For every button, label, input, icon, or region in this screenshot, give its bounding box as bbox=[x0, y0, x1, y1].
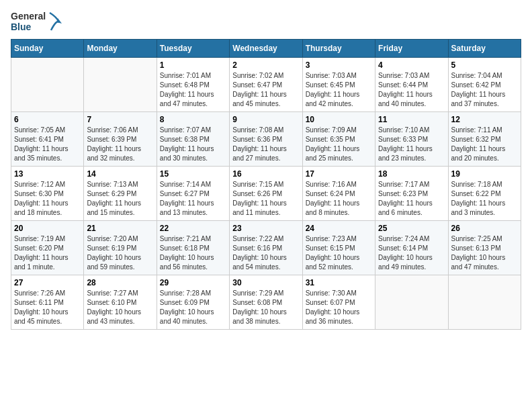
day-number: 17 bbox=[306, 169, 372, 179]
day-number: 6 bbox=[14, 115, 81, 124]
logo-text: General Blue bbox=[11, 11, 46, 32]
calendar-cell: 23Sunrise: 7:22 AM Sunset: 6:16 PM Dayli… bbox=[230, 221, 302, 275]
day-info: Sunrise: 7:30 AM Sunset: 6:07 PM Dayligh… bbox=[306, 289, 372, 326]
day-number: 13 bbox=[14, 169, 81, 179]
calendar-week-row: 1Sunrise: 7:01 AM Sunset: 6:48 PM Daylig… bbox=[11, 58, 521, 112]
calendar-cell: 4Sunrise: 7:03 AM Sunset: 6:44 PM Daylig… bbox=[375, 58, 448, 112]
day-info: Sunrise: 7:17 AM Sunset: 6:23 PM Dayligh… bbox=[378, 180, 445, 218]
calendar-week-row: 13Sunrise: 7:12 AM Sunset: 6:30 PM Dayli… bbox=[11, 167, 521, 221]
col-header-thursday: Thursday bbox=[302, 40, 375, 58]
day-info: Sunrise: 7:26 AM Sunset: 6:11 PM Dayligh… bbox=[14, 289, 81, 326]
calendar-cell: 19Sunrise: 7:18 AM Sunset: 6:22 PM Dayli… bbox=[448, 167, 521, 221]
day-number: 3 bbox=[306, 60, 372, 70]
day-number: 29 bbox=[160, 278, 226, 287]
logo-general-text: General bbox=[11, 11, 46, 21]
col-header-monday: Monday bbox=[84, 40, 157, 58]
calendar-cell: 17Sunrise: 7:16 AM Sunset: 6:24 PM Dayli… bbox=[302, 167, 375, 221]
day-info: Sunrise: 7:29 AM Sunset: 6:08 PM Dayligh… bbox=[232, 289, 299, 326]
day-number: 20 bbox=[14, 224, 81, 233]
day-number: 23 bbox=[232, 224, 299, 233]
calendar-cell: 28Sunrise: 7:27 AM Sunset: 6:10 PM Dayli… bbox=[84, 275, 157, 330]
calendar-cell: 26Sunrise: 7:25 AM Sunset: 6:13 PM Dayli… bbox=[448, 221, 521, 275]
col-header-wednesday: Wednesday bbox=[230, 40, 302, 58]
calendar-cell: 22Sunrise: 7:21 AM Sunset: 6:18 PM Dayli… bbox=[157, 221, 229, 275]
day-info: Sunrise: 7:01 AM Sunset: 6:48 PM Dayligh… bbox=[160, 71, 226, 109]
day-number: 11 bbox=[378, 115, 445, 124]
calendar-cell: 9Sunrise: 7:08 AM Sunset: 6:36 PM Daylig… bbox=[230, 112, 302, 167]
day-number: 12 bbox=[451, 115, 518, 124]
day-info: Sunrise: 7:18 AM Sunset: 6:22 PM Dayligh… bbox=[451, 180, 518, 218]
day-info: Sunrise: 7:05 AM Sunset: 6:41 PM Dayligh… bbox=[14, 126, 81, 163]
calendar-cell bbox=[448, 275, 521, 330]
calendar-cell: 14Sunrise: 7:13 AM Sunset: 6:29 PM Dayli… bbox=[84, 167, 157, 221]
col-header-sunday: Sunday bbox=[11, 40, 84, 58]
logo: General Blue bbox=[11, 11, 62, 32]
day-info: Sunrise: 7:02 AM Sunset: 6:47 PM Dayligh… bbox=[232, 71, 299, 109]
calendar-cell: 6Sunrise: 7:05 AM Sunset: 6:41 PM Daylig… bbox=[11, 112, 84, 167]
day-number: 10 bbox=[306, 115, 372, 124]
calendar-cell: 3Sunrise: 7:03 AM Sunset: 6:45 PM Daylig… bbox=[302, 58, 375, 112]
day-number: 9 bbox=[232, 115, 299, 124]
calendar-cell: 29Sunrise: 7:28 AM Sunset: 6:09 PM Dayli… bbox=[157, 275, 229, 330]
day-number: 24 bbox=[306, 224, 372, 233]
day-number: 22 bbox=[160, 224, 226, 233]
calendar-cell: 21Sunrise: 7:20 AM Sunset: 6:19 PM Dayli… bbox=[84, 221, 157, 275]
day-info: Sunrise: 7:03 AM Sunset: 6:45 PM Dayligh… bbox=[306, 71, 372, 109]
day-info: Sunrise: 7:10 AM Sunset: 6:33 PM Dayligh… bbox=[378, 126, 445, 163]
day-info: Sunrise: 7:15 AM Sunset: 6:26 PM Dayligh… bbox=[232, 180, 299, 218]
day-info: Sunrise: 7:11 AM Sunset: 6:32 PM Dayligh… bbox=[451, 126, 518, 163]
day-number: 26 bbox=[451, 224, 518, 233]
day-info: Sunrise: 7:27 AM Sunset: 6:10 PM Dayligh… bbox=[87, 289, 153, 326]
day-number: 19 bbox=[451, 169, 518, 179]
day-info: Sunrise: 7:16 AM Sunset: 6:24 PM Dayligh… bbox=[306, 180, 372, 218]
day-info: Sunrise: 7:25 AM Sunset: 6:13 PM Dayligh… bbox=[451, 234, 518, 272]
day-info: Sunrise: 7:14 AM Sunset: 6:27 PM Dayligh… bbox=[160, 180, 226, 218]
day-number: 4 bbox=[378, 60, 445, 70]
logo-blue-text: Blue bbox=[11, 21, 46, 32]
col-header-saturday: Saturday bbox=[448, 40, 521, 58]
day-number: 27 bbox=[14, 278, 81, 287]
day-info: Sunrise: 7:04 AM Sunset: 6:42 PM Dayligh… bbox=[451, 71, 518, 109]
day-number: 5 bbox=[451, 60, 518, 70]
day-info: Sunrise: 7:19 AM Sunset: 6:20 PM Dayligh… bbox=[14, 234, 81, 272]
day-info: Sunrise: 7:08 AM Sunset: 6:36 PM Dayligh… bbox=[232, 126, 299, 163]
calendar-cell bbox=[84, 58, 157, 112]
day-info: Sunrise: 7:20 AM Sunset: 6:19 PM Dayligh… bbox=[87, 234, 153, 272]
calendar-cell: 5Sunrise: 7:04 AM Sunset: 6:42 PM Daylig… bbox=[448, 58, 521, 112]
day-number: 7 bbox=[87, 115, 153, 124]
calendar-cell: 16Sunrise: 7:15 AM Sunset: 6:26 PM Dayli… bbox=[230, 167, 302, 221]
page-header: General Blue bbox=[11, 11, 521, 32]
day-number: 2 bbox=[232, 60, 299, 70]
day-info: Sunrise: 7:09 AM Sunset: 6:35 PM Dayligh… bbox=[306, 126, 372, 163]
calendar-week-row: 27Sunrise: 7:26 AM Sunset: 6:11 PM Dayli… bbox=[11, 275, 521, 330]
day-info: Sunrise: 7:21 AM Sunset: 6:18 PM Dayligh… bbox=[160, 234, 226, 272]
calendar-cell: 1Sunrise: 7:01 AM Sunset: 6:48 PM Daylig… bbox=[157, 58, 229, 112]
day-number: 25 bbox=[378, 224, 445, 233]
calendar-cell: 10Sunrise: 7:09 AM Sunset: 6:35 PM Dayli… bbox=[302, 112, 375, 167]
calendar-cell: 24Sunrise: 7:23 AM Sunset: 6:15 PM Dayli… bbox=[302, 221, 375, 275]
calendar-cell: 13Sunrise: 7:12 AM Sunset: 6:30 PM Dayli… bbox=[11, 167, 84, 221]
calendar-cell: 30Sunrise: 7:29 AM Sunset: 6:08 PM Dayli… bbox=[230, 275, 302, 330]
day-number: 8 bbox=[160, 115, 226, 124]
day-number: 14 bbox=[87, 169, 153, 179]
calendar-week-row: 20Sunrise: 7:19 AM Sunset: 6:20 PM Dayli… bbox=[11, 221, 521, 275]
calendar-cell: 11Sunrise: 7:10 AM Sunset: 6:33 PM Dayli… bbox=[375, 112, 448, 167]
calendar-cell: 20Sunrise: 7:19 AM Sunset: 6:20 PM Dayli… bbox=[11, 221, 84, 275]
calendar-cell bbox=[375, 275, 448, 330]
calendar-cell: 2Sunrise: 7:02 AM Sunset: 6:47 PM Daylig… bbox=[230, 58, 302, 112]
day-info: Sunrise: 7:13 AM Sunset: 6:29 PM Dayligh… bbox=[87, 180, 153, 218]
col-header-friday: Friday bbox=[375, 40, 448, 58]
day-info: Sunrise: 7:12 AM Sunset: 6:30 PM Dayligh… bbox=[14, 180, 81, 218]
calendar-cell: 8Sunrise: 7:07 AM Sunset: 6:38 PM Daylig… bbox=[157, 112, 229, 167]
day-number: 30 bbox=[232, 278, 299, 287]
day-info: Sunrise: 7:24 AM Sunset: 6:14 PM Dayligh… bbox=[378, 234, 445, 272]
calendar-cell: 12Sunrise: 7:11 AM Sunset: 6:32 PM Dayli… bbox=[448, 112, 521, 167]
day-info: Sunrise: 7:22 AM Sunset: 6:16 PM Dayligh… bbox=[232, 234, 299, 272]
day-number: 16 bbox=[232, 169, 299, 179]
day-info: Sunrise: 7:23 AM Sunset: 6:15 PM Dayligh… bbox=[306, 234, 372, 272]
calendar-week-row: 6Sunrise: 7:05 AM Sunset: 6:41 PM Daylig… bbox=[11, 112, 521, 167]
calendar-cell: 7Sunrise: 7:06 AM Sunset: 6:39 PM Daylig… bbox=[84, 112, 157, 167]
day-number: 21 bbox=[87, 224, 153, 233]
day-number: 28 bbox=[87, 278, 153, 287]
logo-container: General Blue bbox=[11, 11, 62, 32]
